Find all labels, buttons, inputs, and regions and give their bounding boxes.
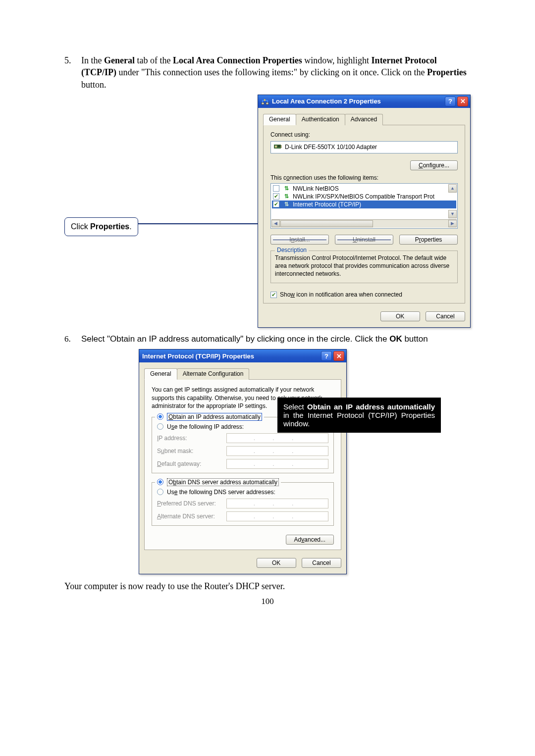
svg-rect-3 xyxy=(275,146,277,148)
text-frag: under "This connection uses the followin… xyxy=(116,67,427,77)
overlay-bold: Obtain an IP address automatically xyxy=(307,403,435,411)
protocol-listbox[interactable]: ⇅ NWLink NetBIOS ✔ ⇅ NWLink IPX/SPX/NetB… xyxy=(270,183,458,229)
dialog-titlebar: Local Area Connection 2 Properties ? ✕ xyxy=(258,95,470,108)
list-item-tcpip[interactable]: ✔ ⇅ Internet Protocol (TCP/IP) xyxy=(272,201,456,208)
obtain-dns-label: Obtain DNS server address automatically xyxy=(167,478,279,486)
ok-button[interactable]: OK xyxy=(257,558,296,568)
subnet-mask-input: . . . xyxy=(226,446,328,456)
accel: v xyxy=(301,536,304,543)
scroll-up-icon[interactable]: ▲ xyxy=(448,184,457,193)
svg-rect-6 xyxy=(281,145,282,148)
callout-leader-line xyxy=(138,223,258,224)
scroll-right-icon[interactable]: ▶ xyxy=(448,220,457,227)
cancel-button[interactable]: Cancel xyxy=(302,558,341,568)
horizontal-scrollbar[interactable]: ◀ ▶ xyxy=(271,219,457,228)
scroll-left-icon[interactable]: ◀ xyxy=(271,220,280,227)
list-item-nwlink-netbios[interactable]: ⇅ NWLink NetBIOS xyxy=(272,185,456,193)
text-frag: button. xyxy=(81,80,107,90)
network-card-icon xyxy=(274,144,282,151)
list-item-label: NWLink NetBIOS xyxy=(293,185,339,192)
obtain-ip-label: Obtain an IP address automatically xyxy=(167,413,262,421)
dialog-title: Local Area Connection 2 Properties xyxy=(272,98,443,105)
step-number: 6. xyxy=(64,334,81,345)
connect-using-label: Connect using: xyxy=(270,131,458,138)
text-frag: window, highlight xyxy=(302,55,372,65)
uninstall-button[interactable]: Uninstall xyxy=(335,235,393,245)
accel: n xyxy=(291,236,295,243)
tab-general[interactable]: General xyxy=(144,368,177,380)
overlay-instruction: Select Obtain an IP address automaticall… xyxy=(277,398,441,433)
dns-group: Obtain DNS server address automatically … xyxy=(152,482,334,526)
configure-button[interactable]: Configure... xyxy=(410,160,458,170)
items-label: This connection uses the following items… xyxy=(270,174,458,181)
tab-authentication[interactable]: Authentication xyxy=(296,114,345,125)
scroll-down-icon[interactable]: ▼ xyxy=(448,210,457,218)
description-text: Transmission Control Protocol/Internet P… xyxy=(275,254,453,278)
accel: b xyxy=(173,479,176,486)
ip-address-label: IP address: xyxy=(157,435,226,442)
step-text: In the General tab of the Local Area Con… xyxy=(81,54,471,91)
subnet-mask-label: Subnet mask: xyxy=(157,448,226,454)
ip-address-input: . . . xyxy=(226,433,328,443)
page-number: 100 xyxy=(64,597,471,606)
preferred-dns-input: . . . xyxy=(226,499,328,508)
accel: s xyxy=(171,423,174,430)
checkbox-icon[interactable]: ✔ xyxy=(273,201,279,207)
callout-text: Click xyxy=(71,222,90,231)
list-item-nwlink-ipx[interactable]: ✔ ⇅ NWLink IPX/SPX/NetBIOS Compatible Tr… xyxy=(272,193,456,201)
text-bold: Local Area Connection Properties xyxy=(173,55,302,65)
radio-obtain-ip[interactable] xyxy=(157,413,163,420)
use-dns-label: Use the following DNS server addresses: xyxy=(167,489,275,496)
help-button[interactable]: ? xyxy=(321,351,332,361)
vertical-scrollbar[interactable]: ▲ ▼ xyxy=(448,184,457,218)
protocol-icon: ⇅ xyxy=(282,201,290,207)
accel: r xyxy=(419,236,421,243)
text-frag: tab of the xyxy=(135,55,173,65)
ok-button[interactable]: OK xyxy=(380,311,420,321)
list-item-label: NWLink IPX/SPX/NetBIOS Compatible Transp… xyxy=(293,193,434,200)
default-gateway-input: . . . xyxy=(226,459,328,469)
description-group: Description Transmission Control Protoco… xyxy=(270,251,458,284)
accel: U xyxy=(353,236,357,243)
svg-rect-0 xyxy=(262,102,264,104)
tab-advanced[interactable]: Advanced xyxy=(345,114,383,125)
radio-use-dns[interactable] xyxy=(157,489,163,495)
default-gateway-label: Default gateway: xyxy=(157,460,226,467)
help-button[interactable]: ? xyxy=(445,97,456,106)
install-button[interactable]: Install... xyxy=(270,235,329,245)
use-ip-label: Use the following IP address: xyxy=(167,423,244,430)
step-text: Select "Obtain an IP address automatical… xyxy=(81,334,471,345)
tab-general[interactable]: General xyxy=(263,114,296,125)
close-button[interactable]: ✕ xyxy=(333,351,344,361)
protocol-icon: ⇅ xyxy=(282,185,290,192)
alternate-dns-label: Alternate DNS server: xyxy=(157,513,226,520)
checkbox-icon[interactable] xyxy=(273,185,279,192)
dialog-tabs: General Authentication Advanced xyxy=(263,113,465,125)
btn-rest: onfigure... xyxy=(423,162,449,169)
adapter-name: D-Link DFE-550TX 10/100 Adapter xyxy=(285,144,377,151)
advanced-button[interactable]: Advanced... xyxy=(286,535,334,545)
accel: w xyxy=(290,291,295,298)
cancel-button[interactable]: Cancel xyxy=(426,311,465,321)
dialog-footer: OK Cancel xyxy=(263,303,465,321)
callout-text: . xyxy=(129,222,131,231)
dialog-titlebar: Internet Protocol (TCP/IP) Properties ? … xyxy=(139,350,346,362)
radio-obtain-dns[interactable] xyxy=(157,479,163,485)
show-icon-label: Show icon in notification area when conn… xyxy=(280,291,402,298)
text-bold: Properties xyxy=(427,67,467,77)
tab-alternate-configuration[interactable]: Alternate Configuration xyxy=(177,368,250,380)
accel: o xyxy=(286,174,290,181)
callout-bold: Properties xyxy=(90,222,129,231)
adapter-field: D-Link DFE-550TX 10/100 Adapter xyxy=(270,141,458,153)
checkbox-icon[interactable]: ✔ xyxy=(270,292,277,298)
properties-button[interactable]: Properties xyxy=(399,235,458,245)
show-icon-checkbox-row[interactable]: ✔ Show icon in notification area when co… xyxy=(270,291,458,298)
checkbox-icon[interactable]: ✔ xyxy=(273,193,279,200)
step-6: 6. Select "Obtain an IP address automati… xyxy=(64,334,471,345)
svg-rect-5 xyxy=(279,146,280,147)
radio-use-ip[interactable] xyxy=(157,423,163,430)
close-button[interactable]: ✕ xyxy=(457,97,468,106)
text-frag: Select "Obtain an IP address automatical… xyxy=(81,334,389,344)
text-frag: In the xyxy=(81,55,104,65)
list-item-label: Internet Protocol (TCP/IP) xyxy=(293,201,361,208)
